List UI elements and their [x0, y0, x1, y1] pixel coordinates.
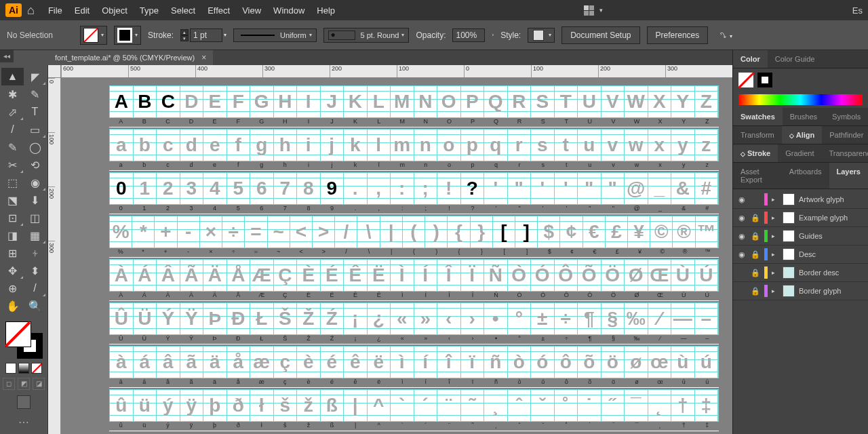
direct-selection-tool[interactable]: ◤ — [24, 68, 46, 85]
glyph-cell[interactable]: [ — [493, 216, 515, 248]
glyph-cell[interactable]: o — [437, 130, 461, 161]
layer-row[interactable]: 🔒▸Border desc — [733, 264, 868, 282]
glyph-cell[interactable]: ¢ — [560, 216, 583, 248]
menu-help[interactable]: Help — [317, 5, 335, 16]
glyph-cell[interactable]: ˆ — [508, 390, 532, 421]
home-icon[interactable]: ⌂ — [27, 3, 35, 18]
glyph-cell[interactable]: B — [134, 86, 157, 117]
glyph-cell[interactable]: ‹ — [437, 303, 461, 334]
glyph-cell[interactable]: z — [695, 130, 719, 161]
glyph-cell[interactable]: Û — [110, 303, 134, 334]
glyph-cell[interactable]: Ì — [391, 260, 414, 291]
symbol-sprayer-tool[interactable]: ⍭ — [24, 244, 46, 262]
style-dropdown[interactable]: ▾ — [528, 28, 555, 43]
glyph-cell[interactable]: * — [132, 216, 155, 248]
glyph-cell[interactable]: Ÿ — [180, 303, 204, 334]
zoom-tool[interactable]: ✋ — [1, 297, 24, 315]
artboard[interactable]: ABCDEFGHIJKLMNOPQRSTUVWXYZABCDEFGHIJKLMN… — [109, 85, 719, 433]
scale-tool[interactable]: ⬚ — [1, 174, 24, 191]
glyph-cell[interactable]: ¥ — [628, 216, 650, 248]
panel-tab-swatches[interactable]: Swatches — [733, 108, 783, 125]
glyph-cell[interactable]: D — [180, 86, 204, 117]
glyph-cell[interactable]: " — [578, 173, 601, 204]
glyph-cell[interactable]: / — [335, 216, 357, 248]
glyph-cell[interactable]: ù — [671, 347, 695, 378]
glyph-cell[interactable]: 4 — [203, 173, 227, 204]
glyph-cell[interactable]: X — [648, 86, 672, 117]
glyph-cell[interactable]: ú — [695, 347, 719, 378]
glyph-cell[interactable]: Î — [437, 260, 461, 291]
glyph-cell[interactable]: ¿ — [368, 303, 391, 334]
fill-color[interactable] — [5, 321, 31, 347]
glyph-cell[interactable]: 7 — [274, 173, 298, 204]
visibility-icon[interactable]: ◉ — [737, 250, 747, 259]
glyph-cell[interactable]: v — [601, 130, 625, 161]
glyph-cell[interactable]: ‰ — [625, 303, 648, 334]
ruler-origin[interactable] — [48, 65, 61, 78]
shape-builder-tool[interactable]: ⬇ — [24, 191, 46, 209]
profile-dropdown[interactable]: Uniform▾ — [233, 28, 317, 42]
glyph-cell[interactable]: » — [414, 303, 438, 334]
glyph-cell[interactable]: _ — [648, 173, 672, 204]
glyph-cell[interactable]: F — [227, 86, 251, 117]
panel-tab-asset[interactable]: Asset Export — [733, 163, 782, 189]
glyph-cell[interactable]: } — [471, 216, 493, 248]
glyph-cell[interactable]: \ — [357, 216, 380, 248]
glyph-cell[interactable]: < — [290, 216, 313, 248]
glyph-cell[interactable]: r — [508, 130, 532, 161]
glyph-cell[interactable]: x — [648, 130, 672, 161]
glyph-cell[interactable]: " — [508, 173, 532, 204]
glyph-cell[interactable]: ˚ — [555, 390, 578, 421]
glyph-cell[interactable]: Ã — [180, 260, 204, 291]
gradient-tool[interactable]: ◨ — [1, 226, 24, 244]
glyph-cell[interactable]: $ — [538, 216, 560, 248]
glyph-cell[interactable]: ž — [297, 390, 321, 421]
glyph-cell[interactable]: ò — [508, 347, 532, 378]
glyph-cell[interactable]: I — [297, 86, 321, 117]
glyph-cell[interactable]: O — [437, 86, 461, 117]
glyph-cell[interactable]: c — [157, 130, 180, 161]
glyph-cell[interactable]: × — [200, 216, 222, 248]
glyph-cell[interactable]: 2 — [157, 173, 180, 204]
glyph-cell[interactable]: h — [274, 130, 298, 161]
glyph-cell[interactable]: © — [650, 216, 673, 248]
free-transform-tool[interactable]: ⬔ — [1, 191, 24, 209]
panel-tab-brushes[interactable]: Brushes — [783, 108, 825, 125]
glyph-cell[interactable]: Ý — [157, 303, 180, 334]
glyph-cell[interactable]: ± — [531, 303, 555, 334]
menu-type[interactable]: Type — [140, 5, 159, 16]
glyph-cell[interactable]: ë — [368, 347, 391, 378]
panel-tab-transparency[interactable]: Transparency — [821, 144, 868, 162]
glyph-cell[interactable]: ñ — [484, 347, 508, 378]
glyph-cell[interactable]: Ô — [555, 260, 578, 291]
glyph-cell[interactable]: . — [344, 173, 368, 204]
glyph-cell[interactable]: ý — [157, 390, 180, 421]
glyph-cell[interactable]: ? — [461, 173, 485, 204]
glyph-cell[interactable]: â — [157, 347, 180, 378]
menu-file[interactable]: File — [48, 5, 62, 16]
layer-row[interactable]: 🔒▸Border glyph — [733, 282, 868, 300]
glyph-cell[interactable]: Ö — [601, 260, 625, 291]
fill-stroke-control[interactable] — [5, 321, 43, 359]
selection-tool[interactable]: ▲ — [1, 68, 24, 85]
glyph-cell[interactable]: ® — [673, 216, 695, 248]
glyph-cell[interactable]: w — [625, 130, 648, 161]
visibility-icon[interactable]: ◉ — [737, 214, 747, 222]
lock-icon[interactable]: 🔒 — [751, 287, 760, 296]
close-tab-icon[interactable]: × — [201, 53, 206, 62]
opacity-input[interactable] — [452, 28, 485, 42]
stroke-spinner[interactable]: ▴▾ — [180, 29, 189, 41]
glyph-cell[interactable]: Þ — [203, 303, 227, 334]
glyph-cell[interactable]: Ë — [368, 260, 391, 291]
glyph-cell[interactable]: ^ — [368, 390, 391, 421]
glyph-cell[interactable]: L — [368, 86, 391, 117]
glyph-cell[interactable]: Š — [274, 303, 298, 334]
glyph-cell[interactable]: J — [321, 86, 344, 117]
glyph-cell[interactable]: ê — [344, 347, 368, 378]
glyph-cell[interactable]: Ł — [250, 303, 274, 334]
glyph-cell[interactable]: ì — [391, 347, 414, 378]
glyph-cell[interactable]: ˇ — [531, 390, 555, 421]
glyph-cell[interactable]: Õ — [578, 260, 601, 291]
glyph-cell[interactable]: s — [531, 130, 555, 161]
glyph-cell[interactable]: j — [321, 130, 344, 161]
